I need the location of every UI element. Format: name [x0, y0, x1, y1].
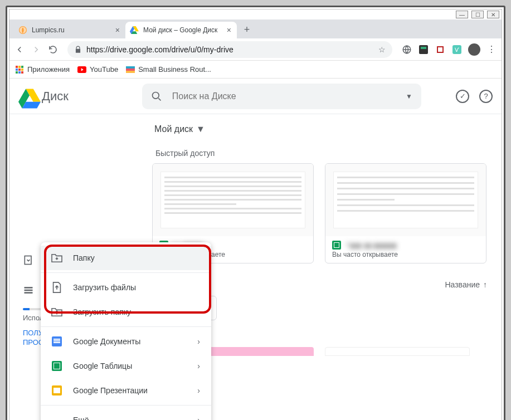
- browser-tab[interactable]: Lumpics.ru ×: [14, 22, 125, 38]
- tab-close-icon[interactable]: ×: [227, 26, 231, 35]
- apps-label: Приложения: [27, 65, 70, 74]
- search-icon: [151, 91, 162, 102]
- svg-rect-7: [18, 66, 21, 68]
- bookmark-item[interactable]: Small Business Rout...: [126, 65, 211, 74]
- menu-item-upload-folder[interactable]: Загрузить папку: [41, 300, 211, 324]
- window-minimize-button[interactable]: —: [456, 11, 468, 18]
- chevron-right-icon: ›: [197, 416, 200, 420]
- svg-rect-3: [421, 47, 426, 49]
- menu-item-google-docs[interactable]: Google Документы ›: [41, 329, 211, 354]
- sort-control[interactable]: Название ↑: [445, 280, 487, 289]
- breadcrumb[interactable]: Мой диск ▼: [152, 120, 490, 139]
- chevron-right-icon: ›: [197, 362, 200, 370]
- file-name: T▮▮▮ ▮▮ ▮▮▮▮▮▮: [345, 241, 397, 250]
- back-button[interactable]: [14, 44, 25, 55]
- quick-access-card[interactable]: T▮▮▮ ▮▮ ▮▮▮▮▮▮ Вы часто открываете: [325, 163, 486, 263]
- menu-item-more[interactable]: Ещё ›: [41, 408, 211, 420]
- apps-shortcut[interactable]: Приложения: [15, 65, 70, 74]
- svg-rect-8: [21, 66, 23, 68]
- menu-item-google-sheets[interactable]: Google Таблицы ›: [41, 354, 211, 378]
- svg-rect-21: [25, 287, 33, 289]
- svg-rect-17: [126, 69, 135, 71]
- file-item[interactable]: [325, 347, 470, 356]
- drive-icon: [130, 26, 139, 35]
- profile-avatar[interactable]: [468, 43, 480, 56]
- svg-text:Ѵ: Ѵ: [455, 47, 459, 53]
- menu-separator: [41, 405, 211, 406]
- search-options-dropdown-icon[interactable]: ▼: [406, 92, 412, 100]
- svg-rect-23: [25, 292, 33, 294]
- tab-title: Мой диск – Google Диск: [143, 26, 217, 34]
- extension-icon[interactable]: [418, 44, 429, 55]
- svg-rect-10: [18, 69, 21, 71]
- menu-item-google-slides[interactable]: Google Презентации ›: [41, 378, 211, 403]
- browser-tabstrip: Lumpics.ru × Мой диск – Google Диск × +: [9, 19, 502, 38]
- window-titlebar: — ☐ ✕: [9, 9, 502, 19]
- extension-icon[interactable]: [435, 44, 446, 55]
- backups-icon: [23, 255, 34, 266]
- file-subtitle: Вы часто открываете: [332, 251, 479, 258]
- svg-rect-14: [21, 71, 23, 74]
- browser-menu-button[interactable]: ⋮: [486, 44, 497, 55]
- chevron-down-icon: ▼: [196, 124, 205, 134]
- quick-access-heading: Быстрый доступ: [155, 149, 490, 158]
- menu-separator: [41, 272, 211, 273]
- svg-rect-2: [419, 45, 428, 54]
- arrow-up-icon: ↑: [483, 280, 487, 289]
- window-close-button[interactable]: ✕: [487, 11, 499, 18]
- menu-label: Google Таблицы: [73, 362, 132, 370]
- new-folder-icon: [51, 252, 63, 264]
- ready-offline-button[interactable]: ✓: [456, 90, 469, 103]
- lock-icon: [74, 46, 82, 53]
- menu-label: Ещё: [73, 416, 89, 420]
- bookmark-label: YouTube: [90, 65, 118, 74]
- menu-label: Загрузить папку: [73, 307, 131, 316]
- menu-item-new-folder[interactable]: Папку: [41, 246, 211, 270]
- svg-rect-13: [18, 71, 21, 74]
- svg-point-19: [152, 92, 159, 99]
- search-input[interactable]: [171, 91, 397, 102]
- slides-icon: [51, 384, 63, 397]
- search-bar[interactable]: ▼: [142, 84, 421, 109]
- svg-rect-11: [21, 69, 23, 71]
- menu-label: Папку: [73, 253, 95, 262]
- help-button[interactable]: ?: [479, 90, 493, 103]
- svg-rect-9: [16, 69, 18, 71]
- forward-button[interactable]: [31, 44, 42, 55]
- url-text: https://drive.google.com/drive/u/0/my-dr…: [86, 45, 374, 54]
- menu-item-upload-files[interactable]: Загрузить файлы: [41, 275, 211, 300]
- drive-header: Диск ▼ ✓ ?: [9, 79, 502, 114]
- menu-label: Загрузить файлы: [73, 283, 136, 292]
- extension-icon[interactable]: [401, 44, 412, 55]
- favicon-icon: [18, 26, 27, 35]
- window-maximize-button[interactable]: ☐: [471, 11, 484, 18]
- chevron-right-icon: ›: [197, 386, 200, 395]
- tab-close-icon[interactable]: ×: [115, 26, 120, 35]
- svg-rect-22: [25, 290, 33, 291]
- menu-label: Google Документы: [73, 337, 140, 346]
- extension-icon[interactable]: Ѵ: [451, 44, 463, 55]
- new-tab-button[interactable]: +: [239, 22, 255, 37]
- file-thumbnail: [325, 164, 486, 236]
- product-name: Диск: [42, 89, 69, 104]
- address-bar[interactable]: https://drive.google.com/drive/u/0/my-dr…: [67, 41, 392, 58]
- svg-rect-6: [16, 66, 18, 68]
- browser-tab[interactable]: Мой диск – Google Диск ×: [125, 22, 237, 38]
- sheets-icon: [332, 241, 341, 250]
- chevron-right-icon: ›: [197, 337, 200, 346]
- blank-icon: [51, 414, 63, 420]
- svg-rect-16: [126, 66, 135, 69]
- menu-separator: [41, 326, 211, 327]
- bookmarks-bar: Приложения YouTube Small Business Rout..…: [9, 61, 502, 79]
- file-thumbnail: [153, 164, 313, 236]
- bookmark-star-icon[interactable]: ☆: [378, 45, 386, 54]
- storage-icon: [23, 285, 34, 296]
- menu-label: Google Презентации: [73, 386, 148, 395]
- svg-rect-18: [126, 71, 135, 73]
- svg-rect-12: [16, 71, 18, 74]
- upload-folder-icon: [51, 306, 63, 318]
- reload-button[interactable]: [47, 44, 59, 55]
- drive-logo[interactable]: Диск: [18, 89, 69, 104]
- bookmark-item[interactable]: YouTube: [77, 65, 118, 74]
- new-context-menu: Папку Загрузить файлы Загрузить папку Go…: [41, 242, 211, 420]
